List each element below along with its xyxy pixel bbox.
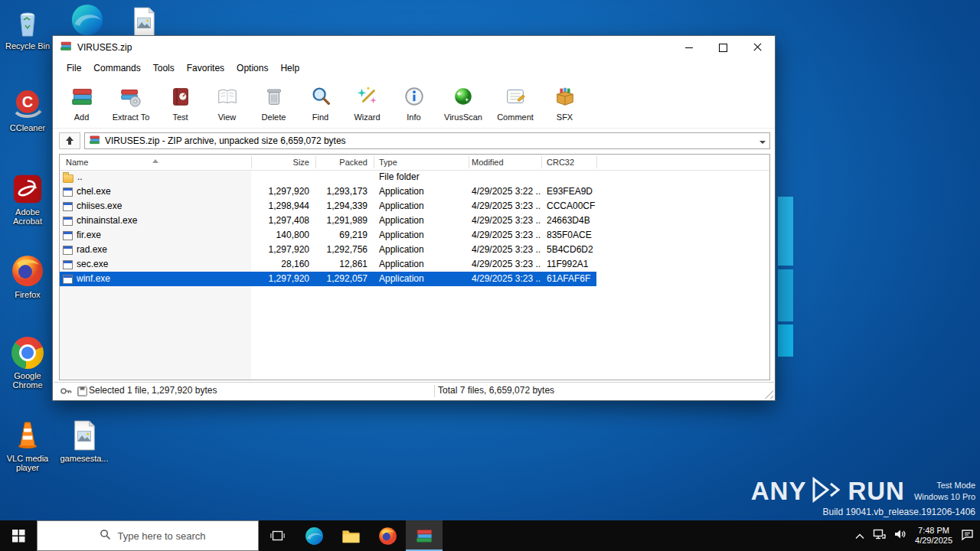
winrar-app-icon [60, 40, 72, 55]
file-row[interactable]: chinainstal.exe 1,297,408 1,291,989 Appl… [60, 214, 769, 228]
column-header-size[interactable]: Size [251, 155, 315, 170]
application-icon [63, 217, 73, 226]
info-icon [403, 85, 426, 111]
column-divider [315, 156, 316, 168]
view-icon [216, 85, 239, 111]
file-row[interactable]: sec.exe 28,160 12,861 Application 4/29/2… [60, 257, 769, 272]
file-row-selected[interactable]: winf.exe 1,297,920 1,292,057 Application… [60, 272, 596, 286]
minimize-button[interactable] [671, 36, 706, 59]
search-icon [100, 529, 111, 543]
menu-favorites[interactable]: Favorites [181, 60, 230, 76]
start-button[interactable] [0, 520, 37, 551]
menu-file[interactable]: File [60, 60, 87, 76]
anyrun-play-icon [811, 477, 843, 506]
column-header-modified[interactable]: Modified [472, 155, 504, 170]
delete-button[interactable]: Delete [251, 81, 296, 126]
anyrun-watermark: ANY RUN Test Mode Windows 10 Pro Build 1… [751, 477, 975, 517]
archive-path-combo[interactable]: VIRUSES.zip - ZIP archive, unpacked size… [84, 132, 770, 149]
file-list: Name Size Packed Type Modified CRC32 .. [59, 154, 770, 380]
find-icon [309, 85, 332, 111]
file-row[interactable]: fir.exe 140,800 69,219 Application 4/29/… [60, 228, 769, 243]
menu-bar: File Commands Tools Favorites Options He… [53, 59, 775, 77]
column-header-crc32[interactable]: CRC32 [547, 155, 574, 170]
action-center-icon[interactable] [961, 529, 974, 543]
close-button[interactable] [740, 36, 775, 59]
delete-icon [263, 85, 286, 111]
column-header-name[interactable]: Name [66, 155, 88, 170]
address-bar: VIRUSES.zip - ZIP archive, unpacked size… [53, 129, 775, 154]
info-button[interactable]: Info [391, 81, 436, 126]
file-row[interactable]: rad.exe 1,297,920 1,292,756 Application … [60, 243, 769, 257]
title-bar[interactable]: VIRUSES.zip [53, 36, 775, 59]
os-label: Windows 10 Pro [914, 491, 975, 503]
volume-icon[interactable] [894, 529, 906, 543]
desktop-icon-ccleaner[interactable]: C CCleaner [2, 86, 54, 132]
resize-grip[interactable] [764, 390, 773, 399]
status-total: Total 7 files, 6,659,072 bytes [438, 385, 554, 396]
file-row[interactable]: chel.exe 1,297,920 1,293,173 Application… [60, 184, 769, 199]
column-header-type[interactable]: Type [379, 155, 397, 170]
adobe-acrobat-icon [2, 170, 54, 205]
network-icon[interactable] [873, 529, 886, 543]
sfx-button[interactable]: SFX [542, 81, 587, 126]
application-icon [63, 260, 73, 269]
status-bar: Selected 1 file, 1,297,920 bytes Total 7… [54, 382, 774, 399]
search-placeholder: Type here to search [118, 530, 206, 542]
toolbar: Add Extract To Test View Delete Find [53, 77, 775, 129]
application-icon [63, 275, 73, 284]
extract-to-button[interactable]: Extract To [106, 81, 156, 126]
menu-help[interactable]: Help [274, 60, 305, 76]
test-button[interactable]: Test [158, 81, 203, 126]
taskbar-firefox-button[interactable] [369, 520, 406, 551]
taskbar-clock[interactable]: 7:48 PM 4/29/2025 [915, 526, 952, 546]
file-row[interactable]: chiises.exe 1,298,944 1,294,339 Applicat… [60, 199, 769, 214]
column-divider [251, 156, 252, 168]
wizard-button[interactable]: Wizard [345, 81, 390, 126]
chevron-down-icon[interactable] [760, 141, 766, 147]
chevron-up-icon[interactable] [855, 529, 864, 543]
status-divider [86, 385, 87, 397]
file-rows: .. File folder chel.exe 1,297,920 1,293,… [60, 170, 769, 286]
column-header-packed[interactable]: Packed [315, 155, 374, 170]
status-divider [434, 385, 435, 397]
desktop-icon-recycle-bin[interactable]: Recycle Bin [2, 4, 54, 51]
add-button[interactable]: Add [59, 81, 104, 126]
taskbar: Type here to search 7:48 PM 4/29/2025 [0, 520, 980, 551]
folder-up-icon [63, 174, 74, 183]
sfx-icon [554, 85, 577, 111]
view-button[interactable]: View [204, 81, 250, 126]
wizard-icon [356, 85, 379, 111]
test-mode-label: Test Mode [914, 480, 975, 491]
up-one-level-button[interactable] [59, 132, 80, 149]
menu-options[interactable]: Options [230, 60, 274, 76]
taskbar-winrar-button[interactable] [406, 520, 443, 551]
desktop-icon-firefox[interactable]: Firefox [2, 253, 54, 299]
virusscan-icon [452, 85, 475, 111]
edge-icon [66, 2, 109, 37]
file-row-parent[interactable]: .. File folder [60, 170, 769, 184]
anyrun-logo-text: RUN [848, 478, 905, 504]
window-title: VIRUSES.zip [77, 42, 132, 53]
find-button[interactable]: Find [298, 81, 343, 126]
add-icon [70, 85, 93, 111]
desktop-icon-edge[interactable] [66, 2, 109, 37]
menu-tools[interactable]: Tools [147, 60, 181, 76]
task-view-button[interactable] [259, 520, 296, 551]
taskbar-search-box[interactable]: Type here to search [37, 520, 259, 551]
application-icon [63, 231, 73, 240]
desktop-icon-image-file[interactable] [122, 3, 165, 38]
virusscan-button[interactable]: VirusScan [438, 81, 488, 126]
taskbar-file-explorer-button[interactable] [332, 520, 369, 551]
wallpaper-accent [778, 269, 793, 321]
wallpaper-accent [778, 197, 793, 266]
comment-button[interactable]: Comment [490, 81, 541, 126]
test-icon [169, 85, 192, 111]
desktop-icon-google-chrome[interactable]: Google Chrome [2, 334, 54, 390]
maximize-button[interactable] [706, 36, 740, 59]
desktop-icon-vlc[interactable]: VLC media player [2, 416, 54, 472]
menu-commands[interactable]: Commands [87, 60, 146, 76]
desktop-icon-gamesesta[interactable]: gamesesta... [58, 416, 110, 463]
chrome-icon [2, 334, 54, 369]
taskbar-edge-button[interactable] [296, 520, 332, 551]
desktop-icon-adobe-acrobat[interactable]: Adobe Acrobat [2, 170, 54, 226]
